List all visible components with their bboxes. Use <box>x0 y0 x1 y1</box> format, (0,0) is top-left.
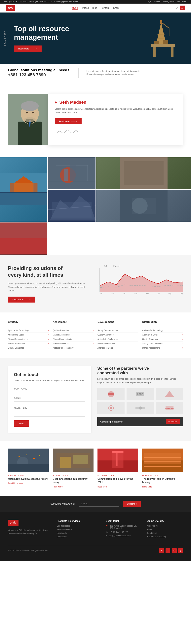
info-bar-left: Global solutions meeting all needs. +381… <box>8 68 70 78</box>
blog-item-3: FEBRUARY 7, 2020 Commissioning delayed f… <box>97 448 138 488</box>
gallery-item-5 <box>96 190 191 222</box>
development-item-2[interactable]: Quality Guarantee › <box>97 333 138 337</box>
development-item-5[interactable]: Attention to Detail › <box>97 346 138 350</box>
faq-link[interactable]: FAQs <box>147 1 151 3</box>
nav-portfolio[interactable]: Portfolio <box>101 6 109 9</box>
partners-title: Some of the partners we'vecooperated wit… <box>97 366 183 375</box>
hero-read-more-button[interactable]: Read More ——→ <box>14 46 42 52</box>
blog-read-more-1[interactable]: Read More —— <box>8 482 49 484</box>
contact-link[interactable]: Contact <box>154 1 160 3</box>
distribution-item-1[interactable]: Aptitude for Technology › <box>142 328 183 333</box>
site-logo[interactable]: Stål <box>6 5 15 11</box>
svg-text:LOGO: LOGO <box>137 393 143 395</box>
footer-about-title: About Stål Co. <box>147 520 183 522</box>
top-bar-links: FAQs Contact Privacy Policy Site Notice <box>145 1 187 3</box>
nav-blog[interactable]: Blog <box>92 6 97 9</box>
development-title: Development <box>97 320 138 326</box>
profile-read-more-button[interactable]: Read More ——→ <box>55 118 82 124</box>
svg-rect-9 <box>163 40 168 44</box>
chevron-right-icon: › <box>48 338 49 340</box>
twitter-icon[interactable]: t <box>159 548 164 553</box>
top-bar-contact: Tel: +7(20) 1234 - 567 - 8967 Fax: +7(20… <box>4 1 78 3</box>
footer-link-offices[interactable]: Offices <box>147 528 183 530</box>
header: Stål Home Pages Blog Portfolio Shop ⚲ ☰ <box>0 4 191 12</box>
facebook-icon[interactable]: f <box>165 548 170 553</box>
strategy-item-4[interactable]: Market Assessment › <box>8 342 49 346</box>
send-button[interactable]: Send <box>14 420 29 427</box>
contact-message-input[interactable] <box>14 405 85 416</box>
distribution-item-2[interactable]: Attention to Detail › <box>142 333 183 337</box>
assessment-item-5[interactable]: Aptitude for Technology › <box>53 346 94 350</box>
youtube-icon[interactable]: y <box>178 548 183 553</box>
blog-date-4: FEBRUARY 7, 2020 <box>142 474 183 476</box>
contact-partners-section: Get in touch Lorem dolor sit amet, conse… <box>0 358 191 440</box>
download-button[interactable]: Download <box>166 419 180 424</box>
distribution-item-5[interactable]: Market Assessment › <box>142 346 183 350</box>
distribution-item-3[interactable]: Quality Guarantee › <box>142 337 183 342</box>
development-item-4[interactable]: Market Assessment › <box>97 342 138 346</box>
distribution-item-4[interactable]: Strong Communication › <box>142 342 183 346</box>
assessment-item-4[interactable]: Attention to Detail › <box>53 342 94 346</box>
contact-email-input[interactable] <box>14 395 85 402</box>
arrow-icon: —— <box>153 486 157 488</box>
footer-link-philosophy[interactable]: Corporate philosophy <box>147 536 183 538</box>
solutions-chart: Net Passed JanMarAprMayJunJulAugSep <box>99 265 183 297</box>
assessment-item-2[interactable]: Market Assessment › <box>53 333 94 337</box>
development-item-3[interactable]: Aptitude for Technology › <box>97 337 138 342</box>
solutions-read-more-button[interactable]: Read More ——→ <box>8 296 35 302</box>
footer-col-about: About Stål Co. Who Are We Offices Leader… <box>147 520 183 539</box>
profile-card: ♦ Seth Madsen Lorem ipsum dolor sit amet… <box>48 94 183 146</box>
linkedin-icon[interactable]: in <box>172 548 177 553</box>
footer-link-app[interactable]: Use application <box>57 525 99 527</box>
footer-link-downloads[interactable]: Downloads <box>57 532 99 534</box>
strategy-item-3[interactable]: Strong Communication › <box>8 337 49 342</box>
contact-name-input[interactable] <box>14 386 85 392</box>
svg-rect-29 <box>124 161 163 185</box>
blog-read-more-3[interactable]: Read More —— <box>97 486 138 488</box>
blog-read-more-4[interactable]: Read More —— <box>142 486 183 488</box>
footer-link-who[interactable]: Who Are We <box>147 525 183 527</box>
arrow-icon: ——→ <box>71 120 78 122</box>
svg-marker-48 <box>100 274 183 292</box>
svg-rect-32 <box>0 193 47 205</box>
svg-rect-37 <box>34 183 38 193</box>
menu-icon[interactable]: ☰ <box>180 6 185 10</box>
subscribe-button[interactable]: Subscribe <box>123 501 141 507</box>
development-item-1[interactable]: Strong Communication › <box>97 328 138 333</box>
nav-home[interactable]: Home <box>72 6 78 10</box>
blog-read-more-2[interactable]: Read More —— <box>53 486 94 488</box>
hero-text: Top oil resourcemanagement Read More ——→ <box>8 24 69 52</box>
svg-rect-26 <box>64 170 68 181</box>
chevron-right-icon: › <box>48 347 49 349</box>
chevron-right-icon: › <box>48 342 49 345</box>
blog-date-3: FEBRUARY 7, 2020 <box>97 474 138 476</box>
nav-shop[interactable]: Shop <box>113 6 119 9</box>
contact-title: Get in touch <box>14 372 85 377</box>
assessment-item-1[interactable]: Quality Guarantee › <box>53 328 94 333</box>
privacy-link[interactable]: Privacy Policy <box>163 1 174 3</box>
svg-rect-2 <box>171 47 173 57</box>
strategy-item-2[interactable]: Attention to Detail › <box>8 333 49 337</box>
assessment-item-3[interactable]: Strong Communication › <box>53 337 94 342</box>
svg-point-16 <box>21 101 39 111</box>
nav-pages[interactable]: Pages <box>82 6 89 9</box>
search-icon[interactable]: ⚲ <box>176 6 178 10</box>
gallery-item-6 <box>0 222 47 255</box>
distribution-title: Distribution <box>142 320 183 326</box>
newsletter-email-input[interactable] <box>79 501 119 506</box>
svg-point-66 <box>39 456 40 456</box>
strategy-item-5[interactable]: Quality Guarantee › <box>8 346 49 350</box>
strategy-item-1[interactable]: Aptitude for Technology › <box>8 328 49 333</box>
footer-link-news[interactable]: News and events <box>57 528 99 530</box>
footer-link-contact[interactable]: Contact Us <box>57 536 99 538</box>
partner-logo-6: PARTNER <box>156 402 183 414</box>
blog-title-4: The relevant role in Europe's history <box>142 477 183 484</box>
footer-link-leadership[interactable]: Leadership <box>147 532 183 534</box>
site-notice-link[interactable]: Site Notice <box>177 1 186 3</box>
svg-rect-36 <box>10 183 14 193</box>
gallery-item-2 <box>96 157 191 189</box>
chevron-right-icon: › <box>48 329 49 332</box>
gallery-item-4 <box>48 190 96 222</box>
chart-legend: Net Passed <box>99 265 183 267</box>
blog-title-3: Commissioning delayed for the 2021. <box>97 477 138 484</box>
